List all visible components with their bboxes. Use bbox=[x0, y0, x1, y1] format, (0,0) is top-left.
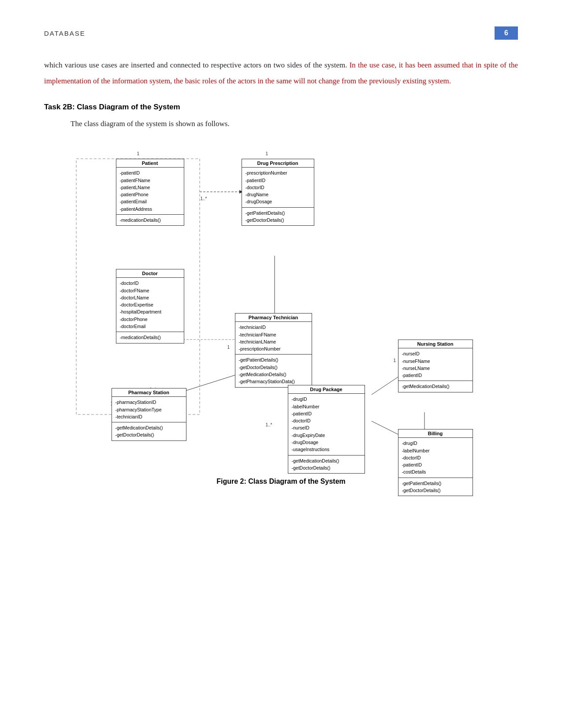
class-billing-name: Billing bbox=[398, 429, 473, 438]
svg-line-8 bbox=[372, 377, 398, 395]
class-pt-name: Pharmacy Technician bbox=[235, 314, 312, 322]
mult-nursing: 1 bbox=[394, 358, 396, 363]
class-dkg-methods: -getMedicationDetails() -getDoctorDetail… bbox=[288, 455, 365, 474]
class-dp-attrs: -prescriptionNumber -patientID -doctorID… bbox=[242, 168, 314, 207]
class-ps-attrs: -pharmacyStationID -pharmacyStationType … bbox=[112, 397, 186, 422]
class-dkg-name: Drug Package bbox=[288, 385, 365, 394]
class-billing: Billing -drugID -labelNumber -doctorID -… bbox=[398, 429, 473, 496]
mult-drug-bottom: 1..* bbox=[266, 422, 272, 427]
class-ps-methods: -getMedicationDetails() -getDoctorDetail… bbox=[112, 422, 186, 441]
diagram-container: 1 1 1..* 1..* 1 1 1 1..* 1 1..* 1 1 1 bbox=[44, 139, 518, 470]
page-header: DATABASE 6 bbox=[44, 26, 518, 40]
class-pt-methods: -getPatientDetails() -getDoctorDetails()… bbox=[235, 355, 312, 387]
class-billing-attrs: -drugID -labelNumber -doctorID -patientI… bbox=[398, 438, 473, 478]
class-drug-prescription: Drug Prescription -prescriptionNumber -p… bbox=[242, 159, 314, 226]
class-ps-name: Pharmacy Station bbox=[112, 388, 186, 397]
intro-text: The class diagram of the system is shown… bbox=[71, 119, 518, 128]
class-patient: Patient -patientID -patientFName -patien… bbox=[116, 159, 184, 226]
page: DATABASE 6 which various use cases are i… bbox=[0, 0, 562, 728]
class-pt-attrs: -technicianID -technicianFName -technici… bbox=[235, 322, 312, 355]
class-ns-name: Nursing Station bbox=[398, 340, 473, 348]
mult-patient-top: 1 bbox=[137, 151, 140, 156]
class-dp-name: Drug Prescription bbox=[242, 159, 314, 168]
class-dp-methods: -getPatientDetails() -getDoctorDetails() bbox=[242, 208, 314, 226]
class-pharmacy-station: Pharmacy Station -pharmacyStationID -pha… bbox=[112, 388, 186, 441]
class-patient-methods: -medicationDetails() bbox=[116, 215, 184, 225]
class-billing-methods: -getPatientDetails() -getDoctorDetails() bbox=[398, 478, 473, 496]
mult-dp-top: 1 bbox=[266, 151, 268, 156]
class-drug-package: Drug Package -drugID -labelNumber -patie… bbox=[288, 385, 365, 474]
mult-patient-dp-left: 1..* bbox=[201, 196, 207, 201]
class-doctor-name: Doctor bbox=[116, 269, 184, 278]
page-number: 6 bbox=[495, 26, 518, 40]
class-patient-name: Patient bbox=[116, 159, 184, 168]
mult-pharm-tech: 1 bbox=[227, 345, 230, 350]
paragraph-black-text: which various use cases are inserted and… bbox=[44, 61, 347, 69]
diagram-area: 1 1 1..* 1..* 1 1 1 1..* 1 1..* 1 1 1 bbox=[72, 139, 491, 470]
class-doctor-attrs: -doctorID -doctorFName -doctorLName -doc… bbox=[116, 278, 184, 332]
class-patient-attrs: -patientID -patientFName -patientLName -… bbox=[116, 168, 184, 215]
section-heading: Task 2B: Class Diagram of the System bbox=[44, 103, 518, 112]
class-dkg-attrs: -drugID -labelNumber -patientID -doctorI… bbox=[288, 394, 365, 455]
header-title: DATABASE bbox=[44, 30, 86, 37]
body-paragraph: which various use cases are inserted and… bbox=[44, 57, 518, 89]
class-doctor: Doctor -doctorID -doctorFName -doctorLNa… bbox=[116, 269, 184, 343]
class-doctor-methods: -medicationDetails() bbox=[116, 332, 184, 343]
class-pharmacy-technician: Pharmacy Technician -technicianID -techn… bbox=[235, 313, 312, 387]
class-ns-attrs: -nurseID -nurseFName -nurseLName -patien… bbox=[398, 348, 473, 381]
class-nursing-station: Nursing Station -nurseID -nurseFName -nu… bbox=[398, 340, 473, 392]
class-ns-methods: -getMedicationDetails() bbox=[398, 381, 473, 392]
